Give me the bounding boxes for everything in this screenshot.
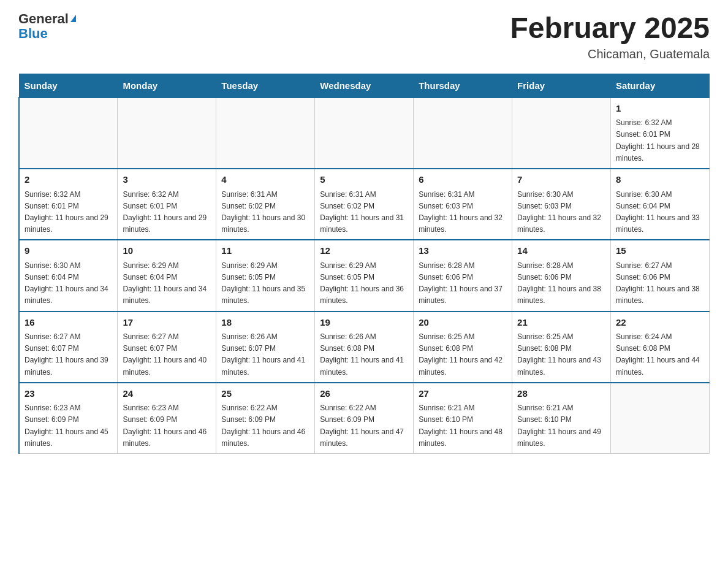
day-info: Sunrise: 6:31 AMSunset: 6:03 PMDaylight:… (419, 189, 507, 236)
day-number: 10 (123, 244, 211, 258)
calendar-day-cell: 20Sunrise: 6:25 AMSunset: 6:08 PMDayligh… (414, 312, 512, 383)
day-number: 11 (221, 244, 309, 258)
day-info: Sunrise: 6:30 AMSunset: 6:03 PMDaylight:… (517, 189, 605, 236)
calendar-day-cell: 1Sunrise: 6:32 AMSunset: 6:01 PMDaylight… (611, 98, 710, 169)
day-number: 21 (517, 316, 605, 330)
month-title: February 2025 (510, 12, 710, 45)
day-info: Sunrise: 6:23 AMSunset: 6:09 PMDaylight:… (123, 402, 211, 450)
calendar-day-cell: 25Sunrise: 6:22 AMSunset: 6:09 PMDayligh… (216, 383, 315, 454)
calendar-day-cell: 4Sunrise: 6:31 AMSunset: 6:02 PMDaylight… (216, 169, 315, 240)
logo-general-text: General (18, 11, 69, 26)
day-number: 19 (320, 316, 408, 330)
calendar-day-cell: 2Sunrise: 6:32 AMSunset: 6:01 PMDaylight… (19, 169, 118, 240)
day-info: Sunrise: 6:25 AMSunset: 6:08 PMDaylight:… (517, 331, 605, 378)
day-info: Sunrise: 6:26 AMSunset: 6:08 PMDaylight:… (320, 331, 408, 378)
calendar-day-header: Saturday (611, 74, 710, 98)
calendar-day-cell: 24Sunrise: 6:23 AMSunset: 6:09 PMDayligh… (118, 383, 216, 454)
calendar-day-cell: 14Sunrise: 6:28 AMSunset: 6:06 PMDayligh… (512, 240, 611, 311)
calendar-day-cell (19, 98, 118, 169)
calendar-day-cell: 27Sunrise: 6:21 AMSunset: 6:10 PMDayligh… (414, 383, 512, 454)
calendar-week-row: 2Sunrise: 6:32 AMSunset: 6:01 PMDaylight… (19, 169, 710, 240)
day-number: 7 (517, 173, 605, 187)
calendar-day-cell: 10Sunrise: 6:29 AMSunset: 6:04 PMDayligh… (118, 240, 216, 311)
day-info: Sunrise: 6:32 AMSunset: 6:01 PMDaylight:… (25, 189, 112, 236)
day-number: 17 (123, 316, 211, 330)
day-info: Sunrise: 6:29 AMSunset: 6:04 PMDaylight:… (123, 260, 211, 307)
day-number: 13 (419, 244, 507, 258)
calendar-day-cell (611, 383, 710, 454)
calendar-week-row: 16Sunrise: 6:27 AMSunset: 6:07 PMDayligh… (19, 312, 710, 383)
day-number: 24 (123, 387, 211, 401)
location-label: Chicaman, Guatemala (510, 47, 710, 61)
day-number: 4 (221, 173, 309, 187)
calendar-day-cell: 26Sunrise: 6:22 AMSunset: 6:09 PMDayligh… (315, 383, 414, 454)
day-number: 26 (320, 387, 408, 401)
day-number: 2 (25, 173, 112, 187)
day-info: Sunrise: 6:26 AMSunset: 6:07 PMDaylight:… (221, 331, 309, 378)
day-info: Sunrise: 6:23 AMSunset: 6:09 PMDaylight:… (25, 402, 112, 450)
day-number: 3 (123, 173, 211, 187)
day-info: Sunrise: 6:28 AMSunset: 6:06 PMDaylight:… (517, 260, 605, 307)
calendar-day-cell: 23Sunrise: 6:23 AMSunset: 6:09 PMDayligh… (19, 383, 118, 454)
calendar-day-cell (118, 98, 216, 169)
day-info: Sunrise: 6:27 AMSunset: 6:06 PMDaylight:… (616, 260, 704, 307)
day-number: 18 (221, 316, 309, 330)
calendar-day-cell: 17Sunrise: 6:27 AMSunset: 6:07 PMDayligh… (118, 312, 216, 383)
day-info: Sunrise: 6:28 AMSunset: 6:06 PMDaylight:… (419, 260, 507, 307)
calendar-table: SundayMondayTuesdayWednesdayThursdayFrid… (18, 74, 710, 454)
calendar-day-cell: 7Sunrise: 6:30 AMSunset: 6:03 PMDaylight… (512, 169, 611, 240)
calendar-day-cell: 8Sunrise: 6:30 AMSunset: 6:04 PMDaylight… (611, 169, 710, 240)
day-number: 6 (419, 173, 507, 187)
day-number: 8 (616, 173, 704, 187)
calendar-day-cell: 21Sunrise: 6:25 AMSunset: 6:08 PMDayligh… (512, 312, 611, 383)
calendar-day-cell: 6Sunrise: 6:31 AMSunset: 6:03 PMDaylight… (414, 169, 512, 240)
day-number: 5 (320, 173, 408, 187)
calendar-day-header: Thursday (414, 74, 512, 98)
day-info: Sunrise: 6:29 AMSunset: 6:05 PMDaylight:… (221, 260, 309, 307)
day-info: Sunrise: 6:22 AMSunset: 6:09 PMDaylight:… (320, 402, 408, 450)
day-number: 25 (221, 387, 309, 401)
day-number: 28 (517, 387, 605, 401)
calendar-day-cell: 5Sunrise: 6:31 AMSunset: 6:02 PMDaylight… (315, 169, 414, 240)
day-number: 23 (25, 387, 112, 401)
calendar-day-header: Monday (118, 74, 216, 98)
day-number: 12 (320, 244, 408, 258)
calendar-day-cell: 12Sunrise: 6:29 AMSunset: 6:05 PMDayligh… (315, 240, 414, 311)
day-info: Sunrise: 6:25 AMSunset: 6:08 PMDaylight:… (419, 331, 507, 378)
calendar-week-row: 9Sunrise: 6:30 AMSunset: 6:04 PMDaylight… (19, 240, 710, 311)
logo: General Blue (18, 12, 76, 40)
calendar-day-cell (414, 98, 512, 169)
day-info: Sunrise: 6:31 AMSunset: 6:02 PMDaylight:… (221, 189, 309, 236)
logo-blue-text: Blue (18, 26, 48, 41)
day-info: Sunrise: 6:21 AMSunset: 6:10 PMDaylight:… (517, 402, 605, 450)
day-info: Sunrise: 6:32 AMSunset: 6:01 PMDaylight:… (123, 189, 211, 236)
calendar-day-cell: 16Sunrise: 6:27 AMSunset: 6:07 PMDayligh… (19, 312, 118, 383)
calendar-day-cell (512, 98, 611, 169)
day-info: Sunrise: 6:30 AMSunset: 6:04 PMDaylight:… (25, 260, 112, 307)
calendar-day-cell (315, 98, 414, 169)
day-info: Sunrise: 6:21 AMSunset: 6:10 PMDaylight:… (419, 402, 507, 450)
calendar-day-header: Wednesday (315, 74, 414, 98)
calendar-header-row: SundayMondayTuesdayWednesdayThursdayFrid… (19, 74, 710, 98)
day-info: Sunrise: 6:27 AMSunset: 6:07 PMDaylight:… (25, 331, 112, 378)
day-number: 15 (616, 244, 704, 258)
day-info: Sunrise: 6:22 AMSunset: 6:09 PMDaylight:… (221, 402, 309, 450)
day-info: Sunrise: 6:29 AMSunset: 6:05 PMDaylight:… (320, 260, 408, 307)
calendar-day-cell (216, 98, 315, 169)
calendar-week-row: 1Sunrise: 6:32 AMSunset: 6:01 PMDaylight… (19, 98, 710, 169)
calendar-day-cell: 11Sunrise: 6:29 AMSunset: 6:05 PMDayligh… (216, 240, 315, 311)
calendar-day-header: Tuesday (216, 74, 315, 98)
day-number: 9 (25, 244, 112, 258)
calendar-day-cell: 22Sunrise: 6:24 AMSunset: 6:08 PMDayligh… (611, 312, 710, 383)
day-number: 27 (419, 387, 507, 401)
day-info: Sunrise: 6:30 AMSunset: 6:04 PMDaylight:… (616, 189, 704, 236)
calendar-day-header: Sunday (19, 74, 118, 98)
calendar-day-cell: 18Sunrise: 6:26 AMSunset: 6:07 PMDayligh… (216, 312, 315, 383)
day-number: 20 (419, 316, 507, 330)
day-number: 1 (616, 102, 704, 116)
calendar-day-cell: 19Sunrise: 6:26 AMSunset: 6:08 PMDayligh… (315, 312, 414, 383)
day-number: 16 (25, 316, 112, 330)
title-section: February 2025 Chicaman, Guatemala (510, 12, 710, 61)
calendar-day-cell: 28Sunrise: 6:21 AMSunset: 6:10 PMDayligh… (512, 383, 611, 454)
day-info: Sunrise: 6:31 AMSunset: 6:02 PMDaylight:… (320, 189, 408, 236)
